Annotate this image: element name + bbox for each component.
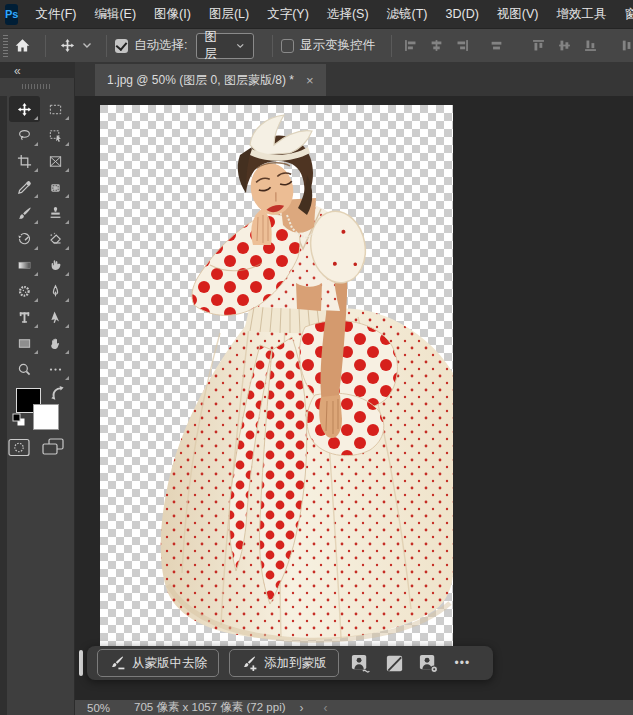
document-dimensions: 705 像素 x 1057 像素 (72 ppi) <box>134 700 286 715</box>
object-selection-tool[interactable] <box>40 122 71 148</box>
disable-mask-button[interactable] <box>383 651 407 675</box>
refine-mask-button[interactable] <box>349 651 373 675</box>
document-canvas[interactable] <box>100 105 453 662</box>
more-options-button[interactable]: ••• <box>451 656 475 670</box>
brush-minus-icon <box>109 655 125 671</box>
type-tool[interactable] <box>9 304 40 330</box>
menu-item-layer[interactable]: 图层(L) <box>200 0 258 28</box>
gradient-tool[interactable] <box>9 252 40 278</box>
flyout-indicator <box>65 246 69 250</box>
divider <box>391 35 392 57</box>
show-transform-label: 显示变换控件 <box>300 37 375 54</box>
flyout-indicator <box>65 142 69 146</box>
flyout-indicator <box>65 298 69 302</box>
menu-item-select[interactable]: 选择(S) <box>318 0 378 28</box>
subtract-from-mask-label: 从蒙版中去除 <box>132 655 207 672</box>
menu-item-image[interactable]: 图像(I) <box>145 0 200 28</box>
toolbar-drag-handle[interactable] <box>22 84 52 89</box>
flyout-indicator <box>34 324 38 328</box>
toolbar-panel <box>0 78 75 715</box>
flyout-indicator <box>65 168 69 172</box>
mask-settings-icon <box>418 653 439 674</box>
show-transform-checkbox[interactable] <box>281 39 294 53</box>
rectangle-shape-tool[interactable] <box>9 330 40 356</box>
hand-tool[interactable] <box>40 330 71 356</box>
close-tab-icon[interactable]: × <box>306 73 314 88</box>
chevron-left-icon[interactable]: ‹ <box>324 701 328 715</box>
brush-tool[interactable] <box>9 200 40 226</box>
menu-item-3d[interactable]: 3D(D) <box>437 0 488 28</box>
flyout-indicator <box>34 116 38 120</box>
rectangular-marquee-tool[interactable] <box>40 96 71 122</box>
swap-colors-icon[interactable] <box>50 385 66 401</box>
zoom-level-field[interactable]: 50% <box>87 702 110 714</box>
color-swatches <box>8 383 68 433</box>
screen-mode-button[interactable] <box>42 438 64 457</box>
flyout-indicator <box>34 246 38 250</box>
disable-mask-icon <box>384 653 405 674</box>
divider <box>45 35 46 57</box>
zoom-tool[interactable] <box>9 356 40 382</box>
panel-edge <box>0 96 7 715</box>
menu-item-file[interactable]: 文件(F) <box>26 0 85 28</box>
document-tab[interactable]: 1.jpg @ 50% (图层 0, 图层蒙版/8) * × <box>95 64 326 96</box>
auto-select-target-dropdown[interactable]: 图层 <box>196 33 254 59</box>
cutout-photo <box>100 105 453 662</box>
healing-patch-tool[interactable] <box>40 174 71 200</box>
clone-stamp-tool[interactable] <box>40 200 71 226</box>
move-tool[interactable] <box>9 96 40 122</box>
chevron-down-icon <box>82 42 92 49</box>
document-tab-strip: 1.jpg @ 50% (图层 0, 图层蒙版/8) * × <box>75 62 633 96</box>
flyout-indicator <box>34 220 38 224</box>
menu-item-edit[interactable]: 编辑(E) <box>85 0 145 28</box>
mask-settings-button[interactable] <box>417 651 441 675</box>
pen-tool[interactable] <box>40 278 71 304</box>
path-selection-tool[interactable] <box>40 304 71 330</box>
subtract-from-mask-button[interactable]: 从蒙版中去除 <box>97 649 219 677</box>
refine-mask-icon <box>350 653 371 674</box>
chevron-right-icon[interactable]: › <box>300 701 304 715</box>
smudge-tool[interactable] <box>40 252 71 278</box>
eraser-tool[interactable] <box>40 226 71 252</box>
flyout-indicator <box>65 272 69 276</box>
lasso-tool[interactable] <box>9 122 40 148</box>
menu-item-type[interactable]: 文字(Y) <box>258 0 318 28</box>
align-horizontal-centers-icon[interactable] <box>430 39 443 52</box>
task-bar-drag-handle[interactable] <box>79 650 83 676</box>
align-right-edges-icon[interactable] <box>456 39 469 52</box>
auto-select-checkbox[interactable] <box>115 39 128 53</box>
background-color-swatch[interactable] <box>33 404 59 430</box>
home-button[interactable] <box>8 32 37 60</box>
auto-select-target-value: 图层 <box>205 29 229 63</box>
eyedropper-tool[interactable] <box>9 174 40 200</box>
menu-bar: Ps 文件(F) 编辑(E) 图像(I) 图层(L) 文字(Y) 选择(S) 滤… <box>0 0 633 28</box>
document-tab-label: 1.jpg @ 50% (图层 0, 图层蒙版/8) * <box>107 72 294 89</box>
brush-plus-icon <box>241 655 257 671</box>
menu-item-window[interactable]: 窗口(W) <box>616 0 633 28</box>
flyout-indicator <box>34 168 38 172</box>
flyout-indicator <box>34 298 38 302</box>
tool-preset-move[interactable] <box>54 32 98 60</box>
align-top-edges-icon[interactable] <box>532 39 545 52</box>
menu-item-plugins[interactable]: 增效工具 <box>548 0 616 28</box>
crop-tool[interactable] <box>9 148 40 174</box>
distribute-horizontal-centers-icon[interactable] <box>490 39 503 52</box>
frame-tool[interactable] <box>40 148 71 174</box>
history-brush-tool[interactable] <box>9 226 40 252</box>
flyout-indicator <box>34 194 38 198</box>
flyout-indicator <box>65 350 69 354</box>
default-colors-icon[interactable] <box>12 413 26 427</box>
photoshop-logo: Ps <box>5 4 18 25</box>
divider <box>272 35 273 57</box>
quick-mask-button[interactable] <box>8 438 30 457</box>
align-bottom-edges-icon[interactable] <box>584 39 597 52</box>
menu-item-filter[interactable]: 滤镜(T) <box>378 0 437 28</box>
sponge-tool[interactable] <box>9 278 40 304</box>
collapse-panels-icon[interactable]: « <box>14 64 20 78</box>
more-tools-button[interactable] <box>40 356 71 382</box>
align-left-edges-icon[interactable] <box>404 39 417 52</box>
distribute-vertical-centers-icon[interactable] <box>620 39 633 52</box>
menu-item-view[interactable]: 视图(V) <box>488 0 548 28</box>
align-vertical-centers-icon[interactable] <box>558 39 571 52</box>
add-to-mask-button[interactable]: 添加到蒙版 <box>229 649 339 677</box>
